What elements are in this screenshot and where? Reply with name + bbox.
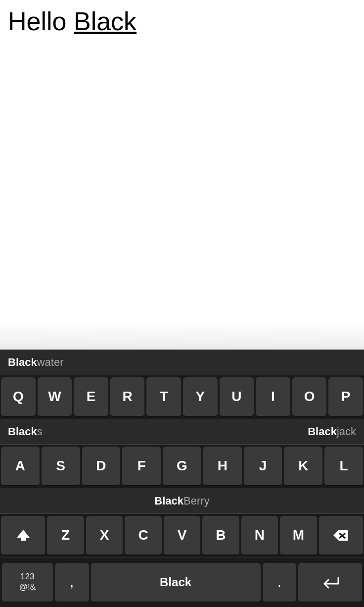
suggestion-blacks-bold: Black [8, 425, 37, 438]
row-zxcv: Z X C V B N M [0, 514, 364, 557]
shift-key[interactable] [1, 516, 45, 556]
comma-key[interactable]: , [55, 563, 89, 603]
suggestion-blackwater-light: water [37, 356, 64, 368]
key-l[interactable]: L [324, 447, 363, 486]
hello-text: Hello [8, 7, 74, 36]
key-f[interactable]: F [122, 447, 161, 486]
num-key[interactable]: 123 @!& [2, 563, 53, 603]
key-c[interactable]: C [125, 516, 161, 556]
key-h[interactable]: H [203, 447, 242, 486]
suggestion-blackwater-bold: Black [8, 356, 37, 368]
suggestion-blackberry[interactable]: BlackBerry [154, 495, 209, 507]
suggestion-blackjack-bold: Black [308, 425, 337, 438]
key-d[interactable]: D [82, 447, 121, 486]
suggestion-blackberry-bold: Black [154, 495, 183, 507]
key-u[interactable]: U [220, 377, 254, 417]
key-r[interactable]: R [110, 377, 145, 417]
bottom-bar: 123 @!& , Black . [0, 557, 364, 607]
keyboard: Blackwater Q W E R T Y U I O P Blacks Bl… [0, 350, 364, 607]
key-b[interactable]: B [202, 516, 239, 556]
key-y[interactable]: Y [183, 377, 218, 417]
autocomplete-row-2[interactable]: Blacks Blackjack [0, 419, 364, 445]
text-area[interactable]: Hello Black [0, 0, 364, 361]
space-key[interactable]: Black [91, 563, 261, 603]
key-k[interactable]: K [284, 447, 322, 486]
key-x[interactable]: X [86, 516, 123, 556]
key-g[interactable]: G [163, 447, 201, 486]
key-i[interactable]: I [256, 377, 290, 417]
key-n[interactable]: N [241, 516, 278, 556]
period-key[interactable]: . [263, 563, 297, 603]
black-text: Black [74, 7, 136, 36]
svg-marker-0 [17, 530, 30, 541]
key-z[interactable]: Z [47, 516, 84, 556]
suggestion-blacks[interactable]: Blacks [8, 425, 43, 438]
key-o[interactable]: O [292, 377, 327, 417]
suggestion-blackberry-light: Berry [183, 495, 210, 507]
key-w[interactable]: W [38, 377, 72, 417]
key-t[interactable]: T [146, 377, 181, 417]
autocomplete-row-1[interactable]: Blackwater [0, 350, 364, 375]
key-p[interactable]: P [328, 377, 363, 417]
key-v[interactable]: V [164, 516, 200, 556]
row-qwerty: Q W E R T Y U I O P [0, 375, 364, 419]
key-q[interactable]: Q [1, 377, 36, 417]
enter-key[interactable] [298, 563, 362, 603]
backspace-key[interactable] [319, 516, 363, 556]
autocomplete-row-3[interactable]: BlackBerry [0, 488, 364, 514]
row-asdf: A S D F G H J K L [0, 445, 364, 488]
suggestion-blackjack-light: jack [337, 425, 356, 438]
suggestion-blackwater[interactable]: Blackwater [8, 356, 64, 369]
key-m[interactable]: M [280, 516, 317, 556]
suggestion-blackjack[interactable]: Blackjack [308, 425, 356, 438]
key-s[interactable]: S [42, 447, 80, 486]
main-text: Hello Black [8, 6, 356, 37]
key-a[interactable]: A [1, 447, 40, 486]
key-j[interactable]: J [244, 447, 282, 486]
suggestion-blacks-light: s [37, 425, 43, 438]
key-e[interactable]: E [74, 377, 108, 417]
